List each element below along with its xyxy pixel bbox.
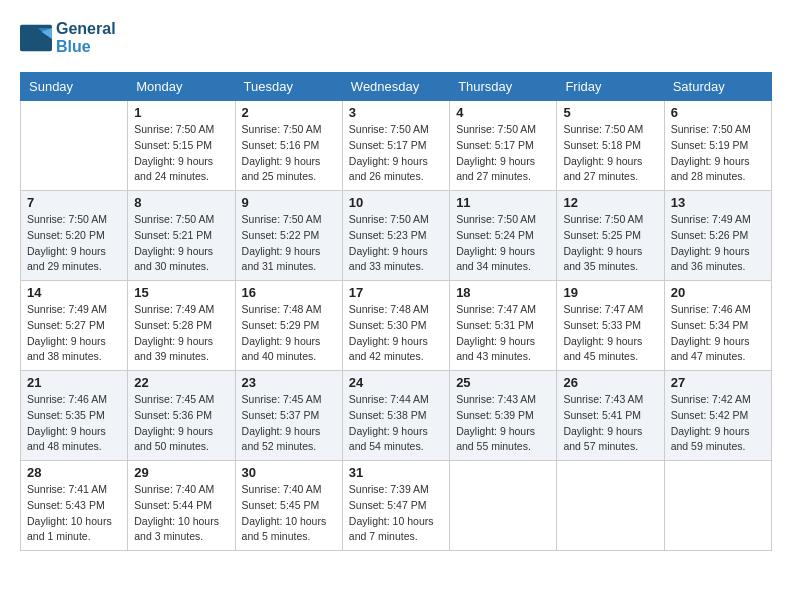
day-number: 31: [349, 465, 443, 480]
calendar-cell: 10 Sunrise: 7:50 AMSunset: 5:23 PMDaylig…: [342, 191, 449, 281]
day-number: 4: [456, 105, 550, 120]
day-number: 29: [134, 465, 228, 480]
calendar-week-row: 21 Sunrise: 7:46 AMSunset: 5:35 PMDaylig…: [21, 371, 772, 461]
calendar-cell: 12 Sunrise: 7:50 AMSunset: 5:25 PMDaylig…: [557, 191, 664, 281]
day-info: Sunrise: 7:48 AMSunset: 5:29 PMDaylight:…: [242, 302, 336, 365]
day-number: 2: [242, 105, 336, 120]
calendar-cell: 16 Sunrise: 7:48 AMSunset: 5:29 PMDaylig…: [235, 281, 342, 371]
day-number: 19: [563, 285, 657, 300]
calendar-cell: 14 Sunrise: 7:49 AMSunset: 5:27 PMDaylig…: [21, 281, 128, 371]
day-number: 7: [27, 195, 121, 210]
day-number: 20: [671, 285, 765, 300]
calendar-cell: 22 Sunrise: 7:45 AMSunset: 5:36 PMDaylig…: [128, 371, 235, 461]
calendar-cell: 7 Sunrise: 7:50 AMSunset: 5:20 PMDayligh…: [21, 191, 128, 281]
calendar-cell: [557, 461, 664, 551]
calendar-cell: 21 Sunrise: 7:46 AMSunset: 5:35 PMDaylig…: [21, 371, 128, 461]
day-number: 16: [242, 285, 336, 300]
day-info: Sunrise: 7:50 AMSunset: 5:18 PMDaylight:…: [563, 122, 657, 185]
calendar-cell: 3 Sunrise: 7:50 AMSunset: 5:17 PMDayligh…: [342, 101, 449, 191]
day-info: Sunrise: 7:45 AMSunset: 5:37 PMDaylight:…: [242, 392, 336, 455]
calendar-week-row: 28 Sunrise: 7:41 AMSunset: 5:43 PMDaylig…: [21, 461, 772, 551]
day-number: 24: [349, 375, 443, 390]
calendar-cell: 2 Sunrise: 7:50 AMSunset: 5:16 PMDayligh…: [235, 101, 342, 191]
calendar-cell: [450, 461, 557, 551]
calendar-table: SundayMondayTuesdayWednesdayThursdayFrid…: [20, 72, 772, 551]
logo-text: General Blue: [56, 20, 116, 56]
weekday-header-wednesday: Wednesday: [342, 73, 449, 101]
weekday-header-saturday: Saturday: [664, 73, 771, 101]
calendar-cell: 30 Sunrise: 7:40 AMSunset: 5:45 PMDaylig…: [235, 461, 342, 551]
calendar-week-row: 14 Sunrise: 7:49 AMSunset: 5:27 PMDaylig…: [21, 281, 772, 371]
day-info: Sunrise: 7:41 AMSunset: 5:43 PMDaylight:…: [27, 482, 121, 545]
day-number: 28: [27, 465, 121, 480]
calendar-cell: [664, 461, 771, 551]
calendar-cell: 25 Sunrise: 7:43 AMSunset: 5:39 PMDaylig…: [450, 371, 557, 461]
calendar-cell: 18 Sunrise: 7:47 AMSunset: 5:31 PMDaylig…: [450, 281, 557, 371]
day-info: Sunrise: 7:40 AMSunset: 5:45 PMDaylight:…: [242, 482, 336, 545]
calendar-cell: 24 Sunrise: 7:44 AMSunset: 5:38 PMDaylig…: [342, 371, 449, 461]
calendar-week-row: 7 Sunrise: 7:50 AMSunset: 5:20 PMDayligh…: [21, 191, 772, 281]
weekday-header-monday: Monday: [128, 73, 235, 101]
day-number: 3: [349, 105, 443, 120]
day-number: 14: [27, 285, 121, 300]
day-number: 27: [671, 375, 765, 390]
calendar-cell: 29 Sunrise: 7:40 AMSunset: 5:44 PMDaylig…: [128, 461, 235, 551]
weekday-header-tuesday: Tuesday: [235, 73, 342, 101]
day-number: 1: [134, 105, 228, 120]
calendar-cell: 11 Sunrise: 7:50 AMSunset: 5:24 PMDaylig…: [450, 191, 557, 281]
day-info: Sunrise: 7:39 AMSunset: 5:47 PMDaylight:…: [349, 482, 443, 545]
day-number: 21: [27, 375, 121, 390]
calendar-cell: 4 Sunrise: 7:50 AMSunset: 5:17 PMDayligh…: [450, 101, 557, 191]
calendar-cell: 6 Sunrise: 7:50 AMSunset: 5:19 PMDayligh…: [664, 101, 771, 191]
day-info: Sunrise: 7:46 AMSunset: 5:34 PMDaylight:…: [671, 302, 765, 365]
calendar-cell: 9 Sunrise: 7:50 AMSunset: 5:22 PMDayligh…: [235, 191, 342, 281]
day-info: Sunrise: 7:50 AMSunset: 5:17 PMDaylight:…: [349, 122, 443, 185]
calendar-cell: 15 Sunrise: 7:49 AMSunset: 5:28 PMDaylig…: [128, 281, 235, 371]
day-info: Sunrise: 7:47 AMSunset: 5:31 PMDaylight:…: [456, 302, 550, 365]
day-info: Sunrise: 7:46 AMSunset: 5:35 PMDaylight:…: [27, 392, 121, 455]
day-number: 9: [242, 195, 336, 210]
day-info: Sunrise: 7:43 AMSunset: 5:41 PMDaylight:…: [563, 392, 657, 455]
day-info: Sunrise: 7:50 AMSunset: 5:19 PMDaylight:…: [671, 122, 765, 185]
calendar-cell: 17 Sunrise: 7:48 AMSunset: 5:30 PMDaylig…: [342, 281, 449, 371]
day-number: 23: [242, 375, 336, 390]
day-number: 22: [134, 375, 228, 390]
calendar-cell: 20 Sunrise: 7:46 AMSunset: 5:34 PMDaylig…: [664, 281, 771, 371]
calendar-cell: 1 Sunrise: 7:50 AMSunset: 5:15 PMDayligh…: [128, 101, 235, 191]
day-info: Sunrise: 7:45 AMSunset: 5:36 PMDaylight:…: [134, 392, 228, 455]
day-info: Sunrise: 7:42 AMSunset: 5:42 PMDaylight:…: [671, 392, 765, 455]
day-info: Sunrise: 7:44 AMSunset: 5:38 PMDaylight:…: [349, 392, 443, 455]
weekday-header-thursday: Thursday: [450, 73, 557, 101]
day-info: Sunrise: 7:49 AMSunset: 5:28 PMDaylight:…: [134, 302, 228, 365]
weekday-header-friday: Friday: [557, 73, 664, 101]
day-number: 6: [671, 105, 765, 120]
day-number: 13: [671, 195, 765, 210]
calendar-cell: 19 Sunrise: 7:47 AMSunset: 5:33 PMDaylig…: [557, 281, 664, 371]
calendar-cell: 31 Sunrise: 7:39 AMSunset: 5:47 PMDaylig…: [342, 461, 449, 551]
calendar-cell: 8 Sunrise: 7:50 AMSunset: 5:21 PMDayligh…: [128, 191, 235, 281]
calendar-cell: 23 Sunrise: 7:45 AMSunset: 5:37 PMDaylig…: [235, 371, 342, 461]
calendar-cell: 5 Sunrise: 7:50 AMSunset: 5:18 PMDayligh…: [557, 101, 664, 191]
day-number: 30: [242, 465, 336, 480]
day-info: Sunrise: 7:50 AMSunset: 5:23 PMDaylight:…: [349, 212, 443, 275]
day-info: Sunrise: 7:50 AMSunset: 5:22 PMDaylight:…: [242, 212, 336, 275]
day-info: Sunrise: 7:50 AMSunset: 5:17 PMDaylight:…: [456, 122, 550, 185]
calendar-cell: 13 Sunrise: 7:49 AMSunset: 5:26 PMDaylig…: [664, 191, 771, 281]
day-info: Sunrise: 7:50 AMSunset: 5:20 PMDaylight:…: [27, 212, 121, 275]
day-info: Sunrise: 7:50 AMSunset: 5:21 PMDaylight:…: [134, 212, 228, 275]
day-info: Sunrise: 7:50 AMSunset: 5:16 PMDaylight:…: [242, 122, 336, 185]
day-info: Sunrise: 7:49 AMSunset: 5:26 PMDaylight:…: [671, 212, 765, 275]
day-number: 12: [563, 195, 657, 210]
calendar-cell: [21, 101, 128, 191]
day-number: 15: [134, 285, 228, 300]
day-info: Sunrise: 7:43 AMSunset: 5:39 PMDaylight:…: [456, 392, 550, 455]
weekday-header-sunday: Sunday: [21, 73, 128, 101]
day-number: 5: [563, 105, 657, 120]
logo: General Blue: [20, 20, 116, 56]
day-number: 17: [349, 285, 443, 300]
day-info: Sunrise: 7:40 AMSunset: 5:44 PMDaylight:…: [134, 482, 228, 545]
logo-icon: [20, 24, 52, 52]
weekday-header-row: SundayMondayTuesdayWednesdayThursdayFrid…: [21, 73, 772, 101]
day-info: Sunrise: 7:48 AMSunset: 5:30 PMDaylight:…: [349, 302, 443, 365]
day-number: 8: [134, 195, 228, 210]
